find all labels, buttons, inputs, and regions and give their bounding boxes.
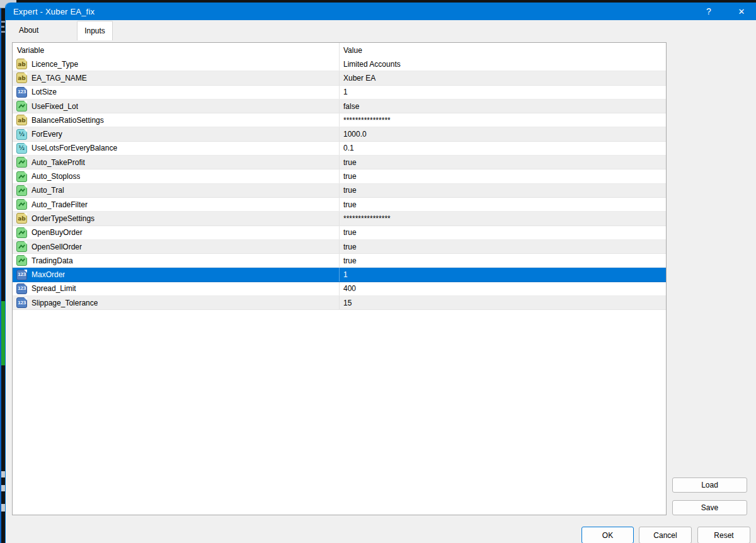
table-row[interactable]: abBalanceRatioSettings**************** [13,113,666,127]
reset-button[interactable]: Reset [697,527,750,543]
variable-value[interactable]: true [340,198,666,211]
boolean-type-icon [16,157,27,168]
background-window-edge [0,0,1,543]
table-row[interactable]: TradingDatatrue [13,254,666,268]
variable-value[interactable]: **************** [340,212,666,225]
tab-about[interactable]: About [8,22,74,38]
variable-value[interactable]: 1000.0 [340,127,666,140]
help-button[interactable]: ? [698,3,719,20]
table-row[interactable]: ½ForEvery1000.0 [13,127,666,141]
variable-cell: Auto_TradeFilter [13,198,340,211]
variable-cell: abOrderTypeSettings [13,212,340,225]
string-type-icon: ab [16,115,27,125]
variable-name: ForEvery [32,130,62,139]
variable-name: OrderTypeSettings [32,214,94,223]
variable-value[interactable]: 15 [340,296,666,309]
variable-value[interactable]: true [340,240,666,253]
tab-inputs[interactable]: Inputs [77,21,113,40]
double-type-icon: ½ [16,129,27,140]
cancel-button[interactable]: Cancel [639,527,692,543]
table-row[interactable]: abLicence_TypeLimited Accounts [13,57,666,71]
table-row[interactable]: ½UseLotsForEveryBalance0.1 [13,142,666,156]
boolean-type-icon [16,241,27,252]
variable-cell: Auto_Tral [13,184,340,197]
table-row[interactable]: Auto_TakeProfittrue [13,156,666,169]
dialog-titlebar: Expert - Xuber EA_fix ? ✕ [6,3,756,20]
variable-cell: abBalanceRatioSettings [13,113,340,127]
variable-value[interactable]: Limited Accounts [340,57,666,71]
variable-value[interactable]: 400 [340,282,666,295]
double-type-icon: ½ [16,143,27,154]
variable-value[interactable]: Xuber EA [340,71,666,84]
close-button[interactable]: ✕ [731,3,752,20]
variable-name: OpenSellOrder [32,243,82,251]
variable-value[interactable]: true [340,184,666,197]
variable-cell: Auto_Stoploss [13,169,340,183]
variable-name: Auto_TakeProfit [32,158,85,167]
variable-name: Slippage_Tolerance [32,299,98,307]
variable-value[interactable]: true [340,254,666,267]
inputs-table: Variable Value abLicence_TypeLimited Acc… [12,42,667,515]
variable-value[interactable]: **************** [340,113,666,127]
variable-value[interactable]: true [340,156,666,169]
save-button[interactable]: Save [672,500,747,515]
variable-value[interactable]: false [340,100,666,113]
variable-value[interactable]: 0.1 [340,142,666,155]
table-row[interactable]: 123LotSize1 [13,86,666,100]
variable-cell: 123Spread_Limit [13,282,340,295]
variable-name: UseFixed_Lot [32,102,78,111]
variable-cell: 123LotSize [13,86,340,99]
table-row[interactable]: Auto_Stoplosstrue [13,169,666,183]
variable-value[interactable]: true [340,226,666,239]
inputs-table-rows: abLicence_TypeLimited AccountsabEA_TAG_N… [13,57,666,310]
tab-inputs-label: Inputs [84,26,105,35]
variable-cell: OpenBuyOrder [13,226,340,239]
table-row[interactable]: OpenBuyOrdertrue [13,226,666,240]
variable-cell: abLicence_Type [13,57,340,71]
table-header: Variable Value [13,43,666,57]
variable-name: Auto_Tral [32,186,64,195]
variable-name: BalanceRatioSettings [32,116,104,125]
variable-cell: UseFixed_Lot [13,100,340,113]
table-row[interactable]: OpenSellOrdertrue [13,240,666,254]
ok-button[interactable]: OK [581,527,634,543]
string-type-icon: ab [16,213,27,224]
table-row[interactable]: abEA_TAG_NAMEXuber EA [13,71,666,85]
boolean-type-icon [16,255,27,266]
table-row[interactable]: 123Spread_Limit400 [13,282,666,296]
table-row[interactable]: Auto_TradeFiltertrue [13,198,666,212]
tab-about-label: About [19,26,38,35]
variable-name: EA_TAG_NAME [32,74,87,83]
table-row[interactable]: 123Slippage_Tolerance15 [13,296,666,310]
boolean-type-icon [16,101,27,111]
variable-cell: ½UseLotsForEveryBalance [13,142,340,155]
variable-value[interactable]: 1 [340,86,666,99]
string-type-icon: ab [16,59,27,69]
variable-value[interactable]: 1 [340,268,666,281]
variable-name: OpenBuyOrder [32,228,83,237]
variable-name: LotSize [32,88,57,96]
integer-type-icon: 123 [16,87,27,98]
variable-value[interactable]: true [340,169,666,183]
string-type-icon: ab [16,72,27,83]
variable-name: TradingData [32,256,73,265]
table-row[interactable]: 123MaxOrder1 [13,268,666,282]
variable-cell: TradingData [13,254,340,267]
integer-type-icon: 123 [16,297,27,308]
boolean-type-icon [16,185,27,196]
table-row[interactable]: Auto_Traltrue [13,184,666,198]
boolean-type-icon [16,199,27,210]
boolean-type-icon [16,227,27,238]
variable-name: Auto_Stoploss [32,172,80,181]
load-button[interactable]: Load [672,477,747,493]
background-fragment [1,26,4,28]
column-header-value: Value [340,43,666,57]
integer-type-icon: 123 [16,270,27,280]
variable-cell: OpenSellOrder [13,240,340,253]
table-row[interactable]: UseFixed_Lotfalse [13,100,666,113]
column-header-variable: Variable [13,43,340,57]
boolean-type-icon [16,171,27,182]
table-row[interactable]: abOrderTypeSettings**************** [13,212,666,226]
variable-cell: 123Slippage_Tolerance [13,296,340,309]
variable-cell: 123MaxOrder [13,268,340,281]
